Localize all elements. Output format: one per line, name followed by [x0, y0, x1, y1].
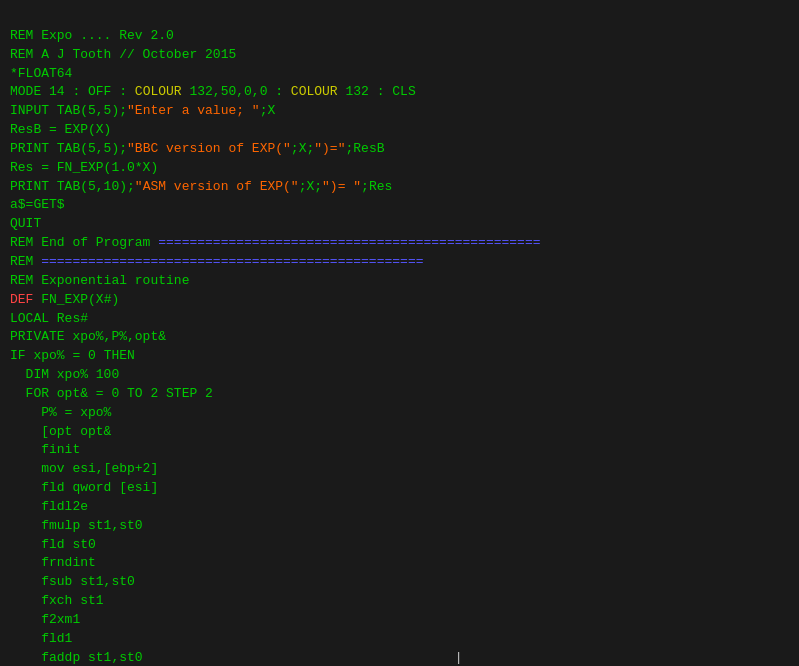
code-line: fldl2e	[10, 498, 789, 517]
code-line: fld qword [esi]	[10, 479, 789, 498]
code-line: DIM xpo% 100	[10, 366, 789, 385]
code-line: mov esi,[ebp+2]	[10, 460, 789, 479]
code-line: a$=GET$	[10, 196, 789, 215]
code-line: fsub st1,st0	[10, 573, 789, 592]
code-line: f2xm1	[10, 611, 789, 630]
code-line: fxch st1	[10, 592, 789, 611]
code-line: faddp st1,st0 |	[10, 649, 789, 666]
code-line: DEF FN_EXP(X#)	[10, 291, 789, 310]
code-line: finit	[10, 441, 789, 460]
code-line: PRIVATE xpo%,P%,opt&	[10, 328, 789, 347]
code-line: REM Exponential routine	[10, 272, 789, 291]
code-line: INPUT TAB(5,5);"Enter a value; ";X	[10, 102, 789, 121]
code-line: P% = xpo%	[10, 404, 789, 423]
code-line: frndint	[10, 554, 789, 573]
code-line: REM ====================================…	[10, 253, 789, 272]
code-line: fld st0	[10, 536, 789, 555]
code-line: [opt opt&	[10, 423, 789, 442]
code-line: LOCAL Res#	[10, 310, 789, 329]
code-editor: REM Expo .... Rev 2.0REM A J Tooth // Oc…	[10, 8, 789, 666]
code-line: PRINT TAB(5,10);"ASM version of EXP(";X;…	[10, 178, 789, 197]
code-line: FOR opt& = 0 TO 2 STEP 2	[10, 385, 789, 404]
code-line: Res = FN_EXP(1.0*X)	[10, 159, 789, 178]
code-line: IF xpo% = 0 THEN	[10, 347, 789, 366]
code-line: PRINT TAB(5,5);"BBC version of EXP(";X;"…	[10, 140, 789, 159]
code-line: *FLOAT64	[10, 65, 789, 84]
code-line: ResB = EXP(X)	[10, 121, 789, 140]
code-line: REM A J Tooth // October 2015	[10, 46, 789, 65]
code-line: MODE 14 : OFF : COLOUR 132,50,0,0 : COLO…	[10, 83, 789, 102]
code-line: QUIT	[10, 215, 789, 234]
code-line: fld1	[10, 630, 789, 649]
code-line: fmulp st1,st0	[10, 517, 789, 536]
code-line: REM End of Program =====================…	[10, 234, 789, 253]
code-line: REM Expo .... Rev 2.0	[10, 27, 789, 46]
